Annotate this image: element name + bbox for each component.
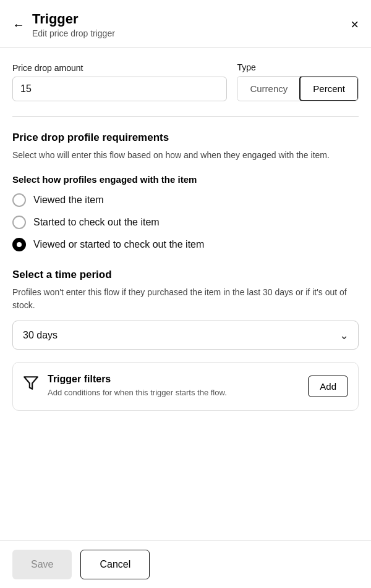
type-group: Type Currency Percent [237,62,359,101]
radio-group: Viewed the item Started to check out the… [12,193,359,251]
trigger-filters-card: Trigger filters Add conditions for when … [12,362,359,410]
radio-circle-viewed [12,193,26,207]
time-period-desc: Profiles won't enter this flow if they p… [12,286,359,312]
radio-label-viewed-or-checkout: Viewed or started to check out the item [33,239,204,250]
page-subtitle: Edit price drop trigger [32,28,351,38]
amount-input[interactable] [12,77,227,101]
radio-label-viewed: Viewed the item [33,195,104,206]
profile-requirements-desc: Select who will enter this flow based on… [12,149,359,162]
radio-label-checkout: Started to check out the item [33,217,160,228]
svg-marker-0 [24,377,38,390]
amount-label: Price drop amount [12,63,227,73]
close-button[interactable]: × [351,18,359,32]
header-title-group: Trigger Edit price drop trigger [32,11,351,38]
type-percent-button[interactable]: Percent [299,76,359,101]
type-label: Type [237,62,359,72]
filter-icon [23,375,39,395]
header: ← Trigger Edit price drop trigger × [0,0,371,47]
time-period-section: Select a time period Profiles won't ente… [12,269,359,350]
save-button[interactable]: Save [12,550,72,579]
radio-item-checkout[interactable]: Started to check out the item [12,216,359,229]
add-filter-button[interactable]: Add [308,376,348,397]
profile-engagement-title: Select how profiles engaged with the ite… [12,174,359,185]
profile-requirements-section: Price drop profile requirements Select w… [12,132,359,251]
radio-item-viewed-or-checkout[interactable]: Viewed or started to check out the item [12,238,359,251]
radio-circle-checkout [12,216,26,229]
time-period-select[interactable]: 30 days 60 days 90 days [12,321,359,350]
type-currency-button[interactable]: Currency [237,77,300,101]
trigger-filters-section: Trigger filters Add conditions for when … [12,362,359,410]
time-period-select-wrapper: 30 days 60 days 90 days ⌄ [12,321,359,350]
main-content: Price drop amount Type Currency Percent … [0,48,371,410]
filter-title: Trigger filters [48,374,299,385]
filter-text-group: Trigger filters Add conditions for when … [48,374,299,398]
price-drop-amount-group: Price drop amount [12,63,227,101]
profile-requirements-title: Price drop profile requirements [12,132,359,144]
back-button[interactable]: ← [12,18,25,32]
radio-item-viewed[interactable]: Viewed the item [12,193,359,207]
radio-circle-viewed-or-checkout [12,238,26,251]
filter-desc: Add conditions for when this trigger sta… [48,387,299,398]
section-divider-1 [12,116,359,117]
bottom-bar: Save Cancel [0,540,371,588]
cancel-button[interactable]: Cancel [80,550,150,579]
page-title: Trigger [32,11,351,27]
type-toggle: Currency Percent [237,76,359,101]
price-drop-row: Price drop amount Type Currency Percent [12,62,359,101]
time-period-title: Select a time period [12,269,359,281]
